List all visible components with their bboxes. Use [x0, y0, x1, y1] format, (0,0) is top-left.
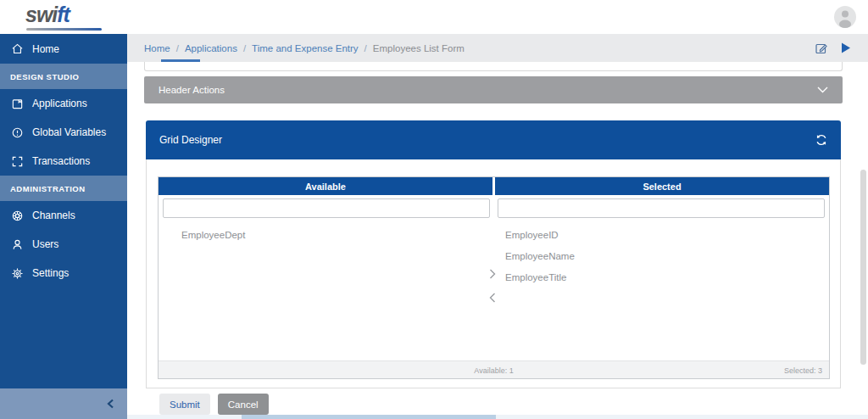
available-list: EmployeeDept	[181, 224, 245, 245]
gear-icon	[11, 267, 24, 280]
sidebar-section-label: ADMINISTRATION	[10, 184, 86, 193]
selected-count: Selected: 3	[784, 366, 822, 375]
breadcrumb-separator: /	[364, 43, 367, 53]
sidebar-item-label: Users	[32, 238, 58, 250]
transfer-lists: EmployeeDept	[159, 221, 829, 360]
sidebar-item-settings[interactable]: Settings	[0, 259, 127, 288]
move-right-button[interactable]	[489, 269, 496, 279]
grid-designer-title: Grid Designer	[159, 134, 222, 146]
selected-list-item[interactable]: EmployeeTitle	[505, 266, 575, 288]
sidebar-item-applications[interactable]: Applications	[0, 89, 127, 118]
header-actions-panel[interactable]: Header Actions	[144, 76, 843, 103]
sidebar-section-administration: ADMINISTRATION	[0, 176, 127, 201]
sidebar-item-transactions[interactable]: Transactions	[0, 147, 127, 176]
swift-logo[interactable]: swift	[25, 3, 70, 27]
refresh-icon	[815, 134, 827, 146]
transfer-arrows	[489, 269, 496, 303]
user-icon	[11, 238, 24, 251]
sidebar-item-channels[interactable]: Channels	[0, 201, 127, 230]
header-actions-title: Header Actions	[159, 85, 225, 95]
transfer-footer: Available: 1 Selected: 3	[159, 360, 829, 378]
sidebar-item-users[interactable]: Users	[0, 230, 127, 259]
refresh-button[interactable]	[815, 134, 827, 146]
active-tab-indicator	[161, 59, 200, 62]
sidebar-section-label: DESIGN STUDIO	[10, 72, 79, 81]
breadcrumb-separator: /	[243, 43, 246, 53]
available-search-input[interactable]	[163, 198, 490, 218]
chevron-left-icon	[489, 293, 496, 303]
edit-form-button[interactable]	[815, 42, 828, 55]
horizontal-scrollbar-track	[127, 415, 868, 419]
grid-designer-body: Available Selected EmployeeDept	[146, 159, 841, 388]
breadcrumb-separator: /	[176, 43, 179, 53]
form-actions: Submit Cancel	[159, 394, 269, 415]
pencil-square-icon	[815, 42, 828, 55]
breadcrumb: Home / Applications / Time and Expense E…	[127, 34, 868, 62]
transfer-search-row	[159, 195, 829, 221]
sidebar-item-label: Channels	[32, 210, 75, 221]
breadcrumb-link-applications[interactable]: Applications	[185, 43, 237, 53]
logo-text-gray: swi	[25, 3, 57, 26]
cancel-button[interactable]: Cancel	[218, 394, 269, 415]
breadcrumb-actions	[815, 42, 851, 55]
available-count: Available: 1	[159, 366, 829, 375]
vertical-scrollbar-thumb[interactable]	[860, 170, 866, 365]
move-left-button[interactable]	[489, 293, 496, 303]
breadcrumb-link-time-and-expense-entry[interactable]: Time and Expense Entry	[252, 43, 359, 53]
available-column-header: Available	[159, 177, 492, 195]
scrolled-panel-remnant	[144, 62, 843, 71]
content-area: Header Actions Grid Designer	[127, 62, 868, 419]
run-form-button[interactable]	[841, 42, 851, 53]
sidebar-footer	[0, 388, 127, 419]
person-icon	[834, 6, 856, 28]
selected-column-header: Selected	[495, 177, 829, 195]
main-area: Home / Applications / Time and Expense E…	[127, 34, 868, 419]
chevron-right-icon	[489, 269, 496, 279]
logo-underline	[26, 28, 102, 31]
column-transfer-widget: Available Selected EmployeeDept	[158, 176, 830, 379]
sidebar-item-home[interactable]: Home	[0, 34, 127, 64]
selected-list: EmployeeID EmployeeName EmployeeTitle	[505, 224, 575, 288]
breadcrumb-current-page: Employees List Form	[373, 43, 465, 53]
sidebar-item-global-variables[interactable]: Global Variables	[0, 118, 127, 147]
available-list-item[interactable]: EmployeeDept	[181, 224, 245, 245]
header-actions-toggle[interactable]	[817, 87, 828, 93]
breadcrumb-link-home[interactable]: Home	[144, 43, 170, 53]
app-window: swift Home DESIGN STUDIO Applications	[0, 0, 868, 419]
expand-icon	[11, 155, 24, 168]
sidebar-section-design-studio: DESIGN STUDIO	[0, 64, 127, 89]
sidebar-item-label: Home	[32, 43, 59, 55]
sidebar-item-label: Settings	[32, 267, 69, 279]
selected-list-item[interactable]: EmployeeID	[505, 224, 575, 245]
chevron-left-icon[interactable]	[106, 399, 114, 409]
selected-search-input[interactable]	[498, 198, 825, 218]
home-icon	[11, 42, 24, 55]
logo-text-blue: ft	[57, 3, 70, 26]
submit-button[interactable]: Submit	[159, 394, 210, 415]
grid-designer-panel: Grid Designer Available	[146, 120, 841, 388]
sidebar-item-label: Transactions	[32, 155, 90, 167]
sidebar-item-label: Global Variables	[32, 126, 106, 138]
globe-icon	[11, 210, 24, 222]
play-icon	[841, 42, 851, 53]
selected-list-item[interactable]: EmployeeName	[505, 245, 575, 266]
info-circle-icon	[11, 126, 24, 139]
transfer-column-headers: Available Selected	[159, 177, 829, 195]
grid-designer-header: Grid Designer	[146, 120, 841, 159]
top-bar: swift	[0, 0, 868, 34]
chevron-down-icon	[817, 87, 828, 93]
horizontal-scrollbar-thumb[interactable]	[242, 415, 496, 419]
sidebar-item-label: Applications	[32, 98, 87, 109]
sidebar: Home DESIGN STUDIO Applications Global V…	[0, 34, 127, 419]
user-avatar[interactable]	[834, 6, 856, 28]
window-icon	[11, 98, 24, 110]
